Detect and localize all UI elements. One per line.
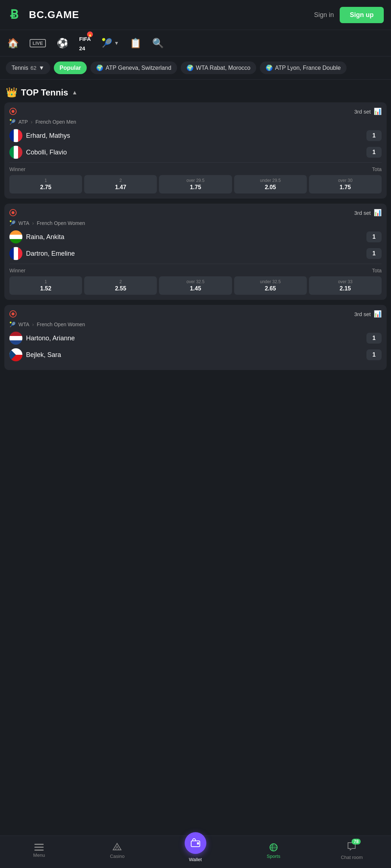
svg-rect-2 xyxy=(34,844,44,845)
match-card-1: 3rd set 📊 🎾 ATP › French Open Men Erhard… xyxy=(4,102,387,199)
bottom-nav-sports[interactable]: Sports xyxy=(263,843,284,859)
league-org-3: WTA xyxy=(18,322,29,327)
location-label-3: ATP Lyon, France Double xyxy=(275,65,341,71)
set-text-1: 3rd set xyxy=(354,109,371,115)
odds-header-left-1: Winner xyxy=(9,166,25,172)
player1-info-1: Erhard, Mathys xyxy=(9,129,70,142)
chevron-down-icon: ▼ xyxy=(39,65,44,71)
player1-name-3: Hartono, Arianne xyxy=(26,335,75,342)
odd-btn-1-4[interactable]: over 30 1.75 xyxy=(309,175,382,193)
soccer-icon: ⚽ xyxy=(57,38,68,49)
player2-info-3: Bejlek, Sara xyxy=(9,348,61,361)
logo-text: BC.GAME xyxy=(29,9,79,21)
player2-flag-3 xyxy=(9,348,22,361)
stats-icon-3: 📊 xyxy=(374,310,382,318)
match-2-header: 3rd set 📊 xyxy=(9,209,382,217)
casino-icon xyxy=(112,843,122,852)
odd-value-1-2: 1.75 xyxy=(190,184,201,191)
odd-btn-2-2[interactable]: over 32.5 1.45 xyxy=(159,276,232,295)
nav-sports[interactable]: ⚽ xyxy=(57,38,68,49)
bottom-nav-wallet-label: Wallet xyxy=(189,857,202,862)
fire-notification-dot: 🔥 xyxy=(87,31,93,37)
nav-home[interactable]: 🏠 xyxy=(7,38,19,49)
odd-label-2-0: 1 xyxy=(11,279,81,284)
match-2-set-info: 3rd set 📊 xyxy=(354,209,382,217)
odd-label-2-3: under 32.5 xyxy=(236,279,305,284)
player2-flag-1 xyxy=(9,146,22,159)
bottom-nav-menu[interactable]: Menu xyxy=(28,844,50,858)
odd-btn-1-1[interactable]: 2 1.47 xyxy=(84,175,157,193)
player1-score-3: 1 xyxy=(366,333,382,344)
player1-name-1: Erhard, Mathys xyxy=(26,132,70,140)
league-org-1: ATP xyxy=(18,119,28,125)
bc-game-logo-icon: Ƀ xyxy=(7,6,25,24)
bottom-nav-chatroom[interactable]: 78 Chat room xyxy=(341,842,363,860)
header: Ƀ BC.GAME Sign in Sign up xyxy=(0,0,391,30)
match-2-odds-grid: 1 1.52 2 2.55 over 32.5 1.45 under 32.5 … xyxy=(9,276,382,295)
odd-btn-1-2[interactable]: over 29.5 1.75 xyxy=(159,175,232,193)
location-filter-atp-lyon[interactable]: 🌍 ATP Lyon, France Double xyxy=(260,61,347,74)
tennis-icon: 🎾 xyxy=(102,38,112,48)
match-3-player2: Bejlek, Sara 1 xyxy=(9,348,382,361)
nav-betslip[interactable]: 📋 xyxy=(130,38,141,49)
svg-text:Ƀ: Ƀ xyxy=(10,8,18,21)
nav-search[interactable]: 🔍 xyxy=(152,38,164,49)
player2-name-1: Cobolli, Flavio xyxy=(26,149,67,156)
odd-value-2-4: 2.15 xyxy=(340,285,351,292)
location-filter-atp-geneva[interactable]: 🌍 ATP Geneva, Switzerland xyxy=(90,61,177,74)
match-1-league: 🎾 ATP › French Open Men xyxy=(9,119,382,125)
match-1-odds-header: Winner Tota xyxy=(9,166,382,172)
match-2-odds-header: Winner Tota xyxy=(9,268,382,273)
sport-filter-tennis[interactable]: Tennis 62 ▼ xyxy=(6,61,50,74)
odds-header-left-2: Winner xyxy=(9,268,25,273)
odd-value-2-1: 2.55 xyxy=(115,285,126,292)
match-2-player1: Raina, Ankita 1 xyxy=(9,230,382,243)
match-3-league: 🎾 WTA › French Open Women xyxy=(9,322,382,327)
location-filter-wta-rabat[interactable]: 🌍 WTA Rabat, Morocco xyxy=(181,61,256,74)
nav-fifa[interactable]: FIFA24 🔥 xyxy=(79,34,91,52)
tennis-league-icon-1: 🎾 xyxy=(9,119,16,125)
odd-btn-1-3[interactable]: under 29.5 2.05 xyxy=(234,175,307,193)
sign-in-button[interactable]: Sign in xyxy=(314,11,334,19)
odd-label-1-3: under 29.5 xyxy=(236,178,305,183)
bottom-nav-casino[interactable]: Casino xyxy=(106,843,128,859)
popular-filter[interactable]: Popular xyxy=(54,61,87,74)
matches-container: 3rd set 📊 🎾 ATP › French Open Men Erhard… xyxy=(0,102,391,370)
odd-btn-2-0[interactable]: 1 1.52 xyxy=(9,276,82,295)
odd-btn-2-3[interactable]: under 32.5 2.65 xyxy=(234,276,307,295)
globe-icon-3: 🌍 xyxy=(266,64,273,71)
odd-btn-2-1[interactable]: 2 2.55 xyxy=(84,276,157,295)
match-card-2: 3rd set 📊 🎾 WTA › French Open Women Rain… xyxy=(4,204,387,300)
odd-value-2-0: 1.52 xyxy=(40,285,51,292)
nav-live[interactable]: LIVE xyxy=(30,39,46,47)
section-title-top-tennis: 👑 TOP Tennis ▲ xyxy=(0,80,391,102)
live-indicator-1 xyxy=(9,108,17,115)
menu-icon xyxy=(34,844,44,851)
wallet-icon xyxy=(185,832,206,854)
chat-badge-wrap: 78 xyxy=(347,842,356,853)
player2-name-2: Dartron, Emeline xyxy=(26,250,75,258)
player1-flag-1 xyxy=(9,129,22,142)
odd-value-1-4: 1.75 xyxy=(340,184,351,191)
live-dot-1 xyxy=(9,108,17,115)
stats-icon-1: 📊 xyxy=(374,107,382,115)
sign-up-button[interactable]: Sign up xyxy=(340,7,384,23)
odd-label-1-0: 1 xyxy=(11,178,81,183)
svg-rect-4 xyxy=(34,850,44,851)
bottom-nav-wallet[interactable]: Wallet xyxy=(185,839,206,862)
match-1-player1: Erhard, Mathys 1 xyxy=(9,129,382,142)
odd-label-2-4: over 33 xyxy=(310,279,380,284)
bottom-nav-casino-label: Casino xyxy=(110,854,124,859)
odd-btn-1-0[interactable]: 1 2.75 xyxy=(9,175,82,193)
nav-tennis[interactable]: 🎾 ▼ xyxy=(102,38,119,48)
match-card-3: 3rd set 📊 🎾 WTA › French Open Women Hart… xyxy=(4,305,387,370)
odd-label-1-1: 2 xyxy=(86,178,155,183)
odd-label-1-4: over 30 xyxy=(310,178,380,183)
odd-btn-2-4[interactable]: over 33 2.15 xyxy=(309,276,382,295)
player2-info-1: Cobolli, Flavio xyxy=(9,146,67,159)
tennis-league-icon-3: 🎾 xyxy=(9,322,16,327)
location-label-1: ATP Geneva, Switzerland xyxy=(106,65,171,71)
league-name-2: French Open Women xyxy=(37,220,85,226)
match-3-player1: Hartono, Arianne 1 xyxy=(9,332,382,345)
nav-bar: 🏠 LIVE ⚽ FIFA24 🔥 🎾 ▼ 📋 🔍 xyxy=(0,30,391,56)
